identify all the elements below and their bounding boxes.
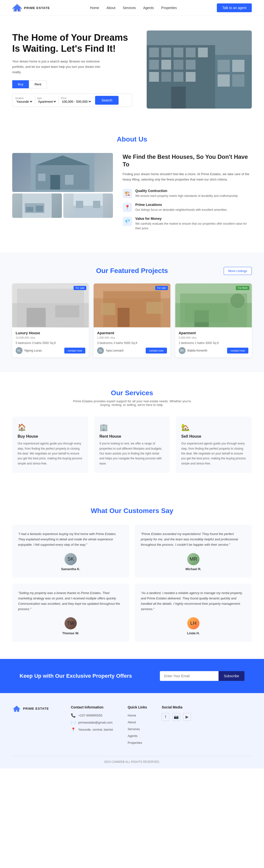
nav-home[interactable]: Home [90,6,99,10]
svg-rect-16 [174,72,183,82]
testimonial-author-2: TW Thomas W. [18,617,123,635]
testimonial-name-0: Samantha K. [61,567,80,571]
testimonial-quote-3: "As a landlord, I needed a reliable agen… [141,590,246,612]
svg-rect-40 [27,308,46,327]
nav-services[interactable]: Services [123,6,136,10]
testimonial-avatar-1: MR [187,553,200,565]
footer-logo-icon [12,705,21,712]
search-button[interactable]: Search [95,96,118,105]
testimonial-quote-0: "I had a fantastic experience buying my … [18,531,123,548]
quality-desc: We ensure each property meets high stand… [135,194,239,198]
location-desc: Our listings focus on desirable neighbor… [135,208,228,212]
svg-rect-7 [174,48,183,57]
svg-rect-10 [149,60,159,69]
about-inner: We Find the Best Houses, So You Don't Ha… [12,153,252,235]
card-agent-2: BK Babila Kenenth [179,347,207,354]
location-title: Prime Locations [135,203,228,207]
footer-social-icons: f 📷 ▶ [162,713,191,721]
services-section: Our Services Prime Estates provides expe… [0,372,264,490]
hero-image [132,31,252,108]
footer-address: 📍 Yaounde, central, bamisi [71,727,113,732]
hero-headline: The Home of Your Dreams Is Waiting. Let'… [12,32,132,54]
card-price-1: 1,000,000 cfca [97,336,167,339]
newsletter-section: Keep Up with Our Exclusive Property Offe… [0,659,264,693]
card-footer-0: NL Ngong Lucas contact now [16,347,85,354]
footer-social-title: Social Media [162,705,191,709]
buy-tab[interactable]: Buy [12,80,29,88]
services-title: Our Services [12,389,252,397]
talk-to-agent-button[interactable]: Talk to an agent [217,3,252,12]
footer-link-home-a[interactable]: Home [128,714,136,717]
instagram-icon[interactable]: 📷 [172,713,180,721]
card-agent-1: AL Apia Leonard [97,347,123,354]
about-content: We Find the Best Houses, So You Don't Ha… [123,153,252,235]
svg-rect-9 [198,48,208,57]
nav-about[interactable]: About [106,6,115,10]
footer-top: PRIME ESTATE Contact Information 📞 +237-… [12,705,252,747]
svg-rect-20 [217,74,230,87]
subscribe-button[interactable]: Subscribe [218,671,244,681]
rent-tab[interactable]: Rent [29,80,47,88]
about-heading: We Find the Best Houses, So You Don't Ha… [123,153,252,168]
address-icon: 📍 [71,727,76,732]
svg-rect-26 [50,175,60,190]
card-currency-2: cfca [191,336,196,339]
testimonial-name-3: Linda H. [187,631,200,635]
testimonials-title: What Our Customers Say [12,507,252,515]
buy-house-text: Our experienced agents guide you through… [18,441,83,466]
location-select[interactable]: Yaoundé [16,99,33,104]
footer-phone: 📞 +237-699995555 [71,713,113,718]
email-input[interactable] [160,671,218,681]
nav-agents[interactable]: Agents [143,6,154,10]
footer-link-agents-a[interactable]: Agents [128,734,137,738]
card-title-0: Luxury House [16,331,85,335]
card-details-1: 3 bedrooms 3 baths 5000 Sq.ft [97,341,167,345]
card-currency-0: cfca [30,336,35,339]
svg-rect-31 [26,207,33,212]
footer-link-home: Home [128,713,147,717]
facebook-icon[interactable]: f [162,713,169,721]
svg-rect-5 [149,48,159,57]
email-icon: ✉️ [71,720,76,725]
logo: PRIME ESTATE [12,4,50,12]
testimonial-quote-1: "Prime Estates exceeded my expectations!… [141,531,246,548]
card-title-2: Aparment [179,331,248,335]
nav-links: Home About Services Agents Properties [90,6,177,10]
value-icon: 💎 [123,217,132,226]
service-card-sell: 🏡 Sell House Our experienced agents guid… [176,416,252,473]
footer-link-properties-a[interactable]: Properties [128,741,142,745]
type-field: type Apartment [37,97,57,104]
agent-avatar-0: NL [16,347,23,354]
footer-link-properties: Properties [128,740,147,745]
card-footer-2: BK Babila Kenenth contact now [179,347,248,354]
card-tag-1: For sale [155,286,168,290]
youtube-icon[interactable]: ▶ [183,713,191,721]
footer-link-agents: Agents [128,734,147,738]
card-body-2: Aparment 5,000,000 cfca 1 bedrooms 1 bat… [175,328,252,358]
location-icon: 📍 [123,203,132,212]
footer-link-about-a[interactable]: About [128,720,136,724]
type-select[interactable]: Apartment [37,99,57,104]
copyright-text: 2024 CAMWEB ALL RIGHTS RESERVED. [104,760,160,764]
value-title: Value for Money [135,217,252,220]
house-image [12,153,113,192]
svg-rect-28 [38,174,46,181]
contact-button-0[interactable]: contact now [64,348,85,353]
more-listings-button[interactable]: More Listings [224,267,252,275]
testimonial-author-0: SK Samantha K. [18,553,123,571]
svg-rect-19 [232,60,244,72]
contact-button-1[interactable]: contact now [146,348,167,353]
sell-house-text: Our experienced agents guide you through… [181,441,246,466]
search-divider2 [59,96,59,105]
price-select[interactable]: 100,000 - 500,000 [61,99,92,104]
type-label: type [37,97,57,99]
nav-properties[interactable]: Properties [161,6,177,10]
agent-name-1: Apia Leonard [106,349,123,352]
contact-button-2[interactable]: contact now [227,348,248,353]
svg-rect-11 [161,60,171,69]
rent-house-text: If you're looking to rent, we offer a ra… [100,441,165,466]
footer-link-services-a[interactable]: Services [128,727,140,731]
agent-avatar-2: BK [179,347,186,354]
card-body-0: Luxury House 10,000,000 cfca 5 bedrooms … [12,328,89,358]
footer-link-services: Services [128,727,147,731]
